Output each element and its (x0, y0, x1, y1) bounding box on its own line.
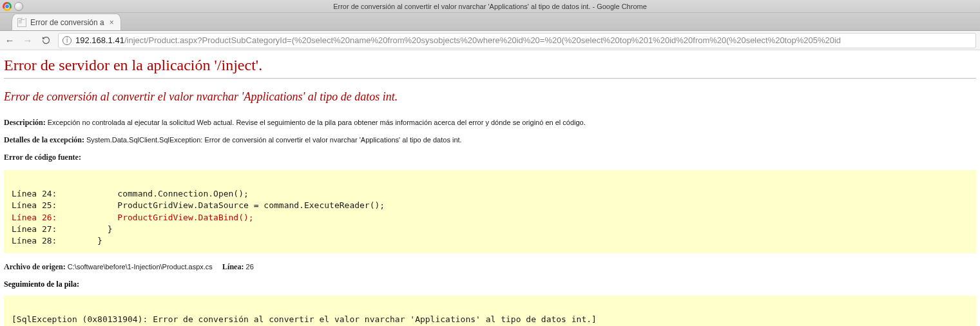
window-controls (0, 2, 30, 11)
stack-trace-block: [SqlException (0x80131904): Error de con… (4, 296, 976, 326)
url-host: 192.168.1.41 (75, 35, 124, 45)
source-file-path: C:\software\before\1-Injection\Product.a… (66, 263, 213, 271)
line-number: 26 (244, 263, 253, 271)
source-code-block: Línea 24: command.Connection.Open(); Lín… (4, 170, 976, 253)
page-content: Error de servidor en la aplicación '/inj… (0, 50, 980, 326)
source-file-line: Archivo de origen: C:\software\before\1-… (4, 262, 976, 272)
arrow-left-icon: ← (5, 35, 15, 45)
reload-button[interactable] (40, 35, 52, 46)
stack-trace-line-1: [SqlException (0x80131904): Error de con… (12, 314, 597, 324)
code-line-28: Línea 28: } (12, 236, 102, 245)
back-button[interactable]: ← (4, 35, 15, 46)
source-file-label: Archivo de origen: (4, 262, 66, 271)
browser-tab[interactable]: Error de conversión a × (12, 14, 121, 30)
description-text: Excepción no controlada al ejecutar la s… (46, 119, 586, 126)
arrow-right-icon: → (23, 35, 33, 45)
stack-trace-label: Seguimiento de la pila: (4, 280, 976, 289)
site-info-icon[interactable]: i (62, 36, 72, 45)
description-label: Descripción: (4, 118, 46, 127)
chrome-logo-icon (3, 2, 12, 11)
error-description: Descripción: Excepción no controlada al … (4, 118, 976, 128)
reload-icon (41, 35, 51, 45)
page-favicon-icon (17, 18, 26, 27)
source-error-heading: Error de código fuente: (4, 153, 976, 162)
code-line-26: Línea 26: ProductGridView.DataBind(); (12, 213, 254, 222)
server-error-heading: Error de servidor en la aplicación '/inj… (4, 57, 976, 74)
error-exception: Detalles de la excepción: System.Data.Sq… (4, 135, 976, 145)
code-line-24: Línea 24: command.Connection.Open(); (12, 189, 249, 198)
line-label: Línea: (222, 262, 244, 271)
window-title: Error de conversión al convertir el valo… (30, 3, 950, 10)
close-tab-icon[interactable]: × (110, 19, 114, 26)
window-control-icon[interactable] (14, 2, 23, 11)
divider (4, 78, 976, 79)
exception-label: Detalles de la excepción: (4, 135, 84, 144)
tab-strip: Error de conversión a × (0, 13, 980, 31)
browser-toolbar: ← → i 192.168.1.41/inject/Product.aspx?P… (0, 31, 980, 50)
error-title: Error de conversión al convertir el valo… (4, 90, 976, 104)
forward-button[interactable]: → (22, 35, 34, 46)
url-path: /inject/Product.aspx?ProductSubCategoryI… (124, 35, 841, 45)
tab-title: Error de conversión a (30, 18, 104, 27)
window-titlebar: Error de conversión al convertir el valo… (0, 0, 980, 13)
code-line-25: Línea 25: ProductGridView.DataSource = c… (12, 200, 385, 210)
address-bar[interactable]: i 192.168.1.41/inject/Product.aspx?Produ… (58, 33, 976, 48)
code-line-27: Línea 27: } (12, 224, 113, 234)
exception-text: System.Data.SqlClient.SqlException: Erro… (84, 136, 462, 144)
source-error-label: Error de código fuente: (4, 153, 81, 162)
